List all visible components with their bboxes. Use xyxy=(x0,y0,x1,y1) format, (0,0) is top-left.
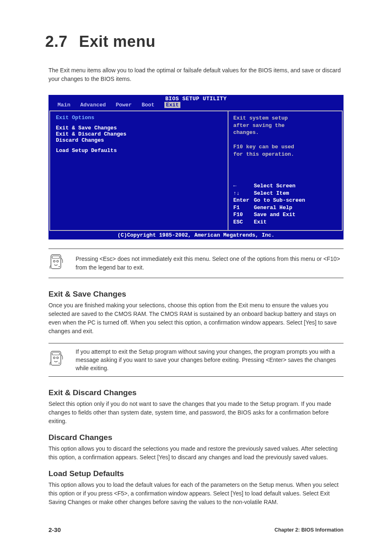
help-line: after saving the xyxy=(233,122,337,129)
page-heading: 2.7Exit menu xyxy=(45,33,392,51)
bios-right-panel: Exit system setup after saving the chang… xyxy=(228,111,343,231)
section-body: This option allows you to discard the se… xyxy=(48,444,344,462)
section-title: Exit & Save Changes xyxy=(48,290,344,299)
tab-power[interactable]: Power xyxy=(116,102,132,108)
section-body: This option allows you to load the defau… xyxy=(48,481,344,507)
divider xyxy=(48,249,344,249)
svg-rect-1 xyxy=(52,256,60,258)
opt-discard[interactable]: Discard Changes xyxy=(56,137,222,143)
nav-label: Select Screen xyxy=(254,182,295,190)
nav-label: Exit xyxy=(254,219,267,226)
note-icon xyxy=(48,253,66,274)
divider xyxy=(48,278,344,278)
divider xyxy=(48,376,344,377)
opt-exit-discard[interactable]: Exit & Discard Changes xyxy=(56,131,222,137)
svg-point-2 xyxy=(53,260,55,262)
nav-key: ← xyxy=(233,182,254,190)
note-text-1: Pressing <Esc> does not immediately exit… xyxy=(76,255,344,272)
bios-copyright: (C)Copyright 1985-2002, American Megatre… xyxy=(48,232,344,240)
section-title: Exit & Discard Changes xyxy=(48,388,344,397)
bios-left-panel: Exit Options Exit & Save Changes Exit & … xyxy=(49,111,228,231)
heading-number: 2.7 xyxy=(45,33,67,50)
svg-point-7 xyxy=(53,357,55,359)
tab-advanced[interactable]: Advanced xyxy=(80,102,106,108)
svg-rect-6 xyxy=(52,352,60,355)
exit-options-title: Exit Options xyxy=(56,115,222,121)
opt-load-defaults[interactable]: Load Setup Defaults xyxy=(56,147,222,154)
section-title: Discard Changes xyxy=(48,433,344,442)
note-block-1: Pressing <Esc> does not immediately exit… xyxy=(48,249,344,278)
section-body: Once you are finished making your select… xyxy=(48,301,344,336)
help-text: Exit system setup after saving the chang… xyxy=(233,115,337,158)
nav-label: Save and Exit xyxy=(254,211,295,219)
nav-label: Select Item xyxy=(254,190,289,197)
nav-key: F10 xyxy=(233,211,254,219)
nav-legend: ←Select Screen ↑↓Select Item EnterGo to … xyxy=(233,182,337,226)
help-line xyxy=(233,136,337,144)
section-body: Select this option only if you do not wa… xyxy=(48,400,344,426)
help-line: F10 key can be used xyxy=(233,143,337,151)
nav-key: F1 xyxy=(233,204,254,212)
tab-main[interactable]: Main xyxy=(58,102,70,108)
section-title: Load Setup Defaults xyxy=(48,469,344,478)
help-line: changes. xyxy=(233,129,337,136)
note-block-2: If you attempt to exit the Setup program… xyxy=(48,343,344,377)
section-load-defaults: Load Setup Defaults This option allows y… xyxy=(48,469,344,507)
help-line: for this operation. xyxy=(233,151,337,158)
nav-key: ↑↓ xyxy=(233,190,254,197)
bios-tabs: Main Advanced Power Boot Exit xyxy=(52,102,340,108)
spacer xyxy=(56,143,222,147)
opt-exit-save[interactable]: Exit & Save Changes xyxy=(56,125,222,131)
bios-title: BIOS SETUP UTILITY xyxy=(52,96,340,102)
svg-point-9 xyxy=(59,363,60,364)
note-text-2: If you attempt to exit the Setup program… xyxy=(76,348,344,373)
bios-panels: Exit Options Exit & Save Changes Exit & … xyxy=(48,110,344,232)
section-exit-discard: Exit & Discard Changes Select this optio… xyxy=(48,388,344,426)
bios-screenshot: BIOS SETUP UTILITY Main Advanced Power B… xyxy=(48,95,344,240)
svg-point-4 xyxy=(59,266,60,267)
bios-header: BIOS SETUP UTILITY Main Advanced Power B… xyxy=(48,95,344,110)
svg-point-8 xyxy=(57,357,58,359)
tab-exit[interactable]: Exit xyxy=(164,102,180,108)
svg-point-3 xyxy=(57,260,58,262)
note-icon xyxy=(48,350,66,370)
heading-title: Exit menu xyxy=(79,33,155,50)
nav-key: ESC xyxy=(233,219,254,226)
divider xyxy=(48,343,344,343)
nav-label: Go to Sub-screen xyxy=(254,197,305,204)
tab-boot[interactable]: Boot xyxy=(142,102,154,108)
section-exit-save: Exit & Save Changes Once you are finishe… xyxy=(48,290,344,336)
chapter-label: Chapter 2: BIOS Information xyxy=(274,527,344,533)
help-line: Exit system setup xyxy=(233,115,337,122)
nav-key: Enter xyxy=(233,197,254,204)
page-number: 2-30 xyxy=(48,526,61,533)
intro-paragraph: The Exit menu items allow you to load th… xyxy=(48,66,344,83)
section-discard-changes: Discard Changes This option allows you t… xyxy=(48,433,344,462)
page-footer: 2-30 Chapter 2: BIOS Information xyxy=(48,526,344,533)
nav-label: General Help xyxy=(254,204,293,212)
